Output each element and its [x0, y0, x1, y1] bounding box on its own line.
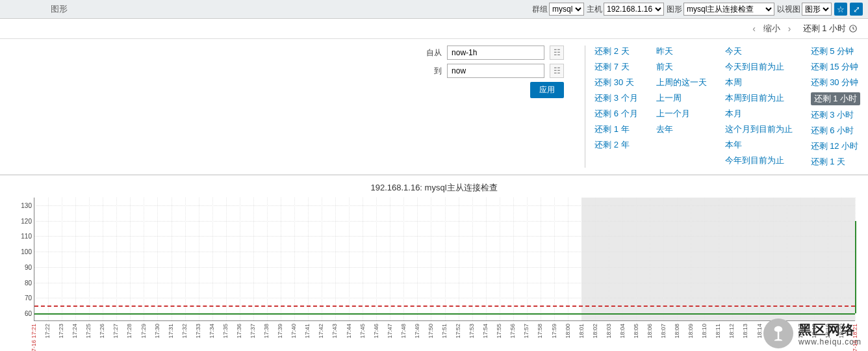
zoom-bar: ‹ 缩小 › 还剩 1 小时: [0, 19, 868, 39]
to-input[interactable]: [447, 64, 544, 78]
x-tick-label: 17:32: [181, 324, 188, 339]
calendar-icon[interactable]: ☷: [550, 46, 564, 60]
x-tick-label: 17:47: [387, 324, 393, 339]
from-label: 自从: [426, 47, 442, 58]
quick-range-link[interactable]: 本周: [725, 77, 793, 88]
threshold-line: [34, 306, 855, 307]
x-tick-label: 17:58: [537, 324, 543, 339]
watermark: 黑区网络 www.heiqu.com: [763, 318, 862, 348]
x-tick-label: 17:44: [346, 324, 352, 339]
x-tick-label: 18:04: [619, 324, 626, 339]
top-bar: 图形 群组 mysql 主机 192.168.1.16 图形 mysql主从连接…: [0, 0, 868, 19]
x-tick-label: 18:03: [606, 324, 612, 339]
x-tick-label: 18:12: [728, 324, 735, 339]
quick-range-link[interactable]: 上一周: [656, 92, 707, 104]
quick-range-link[interactable]: 还剩 7 天: [594, 61, 637, 73]
x-tick-label: 17:22: [44, 324, 51, 339]
x-tick-label: 17:37: [249, 324, 256, 339]
x-tick-label: 17:52: [455, 324, 461, 339]
host-select[interactable]: 192.168.1.16: [604, 3, 664, 16]
quick-range-link[interactable]: 昨天: [656, 46, 707, 57]
quick-range-link[interactable]: 还剩 5 分钟: [811, 46, 860, 57]
x-tick-label: 17:30: [154, 324, 160, 339]
clock-icon: [849, 24, 858, 33]
quick-range-link[interactable]: 还剩 6 小时: [811, 125, 860, 136]
quick-range-link[interactable]: 今年到目前为止: [725, 155, 793, 166]
quick-range-link[interactable]: 还剩 12 小时: [811, 140, 860, 152]
quick-range-link[interactable]: 还剩 2 天: [594, 46, 637, 57]
x-tick-label: 17:33: [195, 324, 201, 339]
x-tick-label: 18:06: [646, 324, 653, 339]
quick-range-link[interactable]: 上周的这一天: [656, 77, 707, 88]
quick-range-link[interactable]: 还剩 3 个月: [594, 92, 637, 104]
top-filters: 群组 mysql 主机 192.168.1.16 图形 mysql主从连接检查 …: [532, 3, 863, 16]
quick-range-link[interactable]: 还剩 1 年: [594, 124, 637, 135]
quick-range-link[interactable]: 去年: [656, 124, 707, 135]
x-tick-label: 17:35: [222, 324, 229, 339]
x-tick-label: 17:38: [263, 324, 270, 339]
to-label: 到: [434, 66, 442, 77]
view-select[interactable]: 图形: [802, 3, 832, 16]
x-tick-label: 17:49: [414, 324, 420, 339]
time-panel: 自从 ☷ 到 ☷ 应用 还剩 2 天还剩 7 天还剩 30 天还剩 3 个月还剩…: [0, 39, 868, 176]
chart-area: 60708090100110120130: [34, 198, 855, 321]
x-tick-label: 17:55: [496, 324, 502, 339]
quick-range-link[interactable]: 本月: [725, 108, 793, 120]
page-title: 图形: [5, 3, 68, 15]
quick-range-link[interactable]: 今天: [725, 46, 793, 57]
series-segment: [34, 313, 855, 315]
quick-range-link[interactable]: 上一个月: [656, 108, 707, 120]
x-tick-label: 17:24: [71, 324, 78, 339]
from-input[interactable]: [447, 46, 544, 60]
quick-range-link[interactable]: 还剩 6 个月: [594, 108, 637, 120]
quick-range-link[interactable]: 还剩 1 小时: [811, 92, 860, 105]
quick-ranges: 还剩 2 天还剩 7 天还剩 30 天还剩 3 个月还剩 6 个月还剩 1 年还…: [594, 46, 864, 168]
quick-range-link[interactable]: 本年: [725, 139, 793, 151]
x-tick-label: 18:14: [756, 324, 763, 339]
x-tick-label: 17:36: [236, 324, 242, 339]
divider: [585, 46, 585, 168]
x-tick-label: 17:43: [331, 324, 338, 339]
star-icon[interactable]: ☆: [834, 3, 847, 16]
watermark-icon: [763, 318, 793, 348]
x-tick-label: 17:34: [209, 324, 215, 339]
quick-range-link[interactable]: 还剩 15 分钟: [811, 61, 860, 73]
x-tick-label: 17:45: [359, 324, 366, 339]
quick-range-link[interactable]: 本周到目前为止: [725, 92, 793, 104]
apply-button[interactable]: 应用: [530, 82, 564, 98]
quick-range-link[interactable]: 还剩 2 年: [594, 139, 637, 151]
zoom-next-icon[interactable]: ›: [785, 23, 794, 34]
graph-label: 图形: [667, 4, 682, 15]
quick-range-link[interactable]: 还剩 30 分钟: [811, 77, 860, 88]
y-tick-label: 110: [12, 233, 32, 240]
quick-range-link[interactable]: 今天到目前为止: [725, 61, 793, 73]
calendar-icon[interactable]: ☷: [550, 64, 564, 78]
x-tick-label: 17:26: [99, 324, 105, 339]
x-tick-label: 17:31: [168, 324, 174, 339]
fullscreen-icon[interactable]: ⤢: [850, 3, 863, 16]
x-tick-label: 18:07: [660, 324, 667, 339]
x-tick-label: 18:13: [742, 324, 748, 339]
x-tick-label: 18:11: [715, 324, 721, 339]
x-tick-label: 17:57: [523, 324, 530, 339]
y-tick-label: 130: [12, 202, 32, 209]
x-tick-label: 18:05: [633, 324, 639, 339]
graph-select[interactable]: mysql主从连接检查: [683, 3, 774, 16]
x-tick-label: 17:27: [112, 324, 119, 339]
x-tick-label: 17:56: [509, 324, 516, 339]
y-tick-label: 120: [12, 217, 32, 224]
x-tick-label: 17:59: [551, 324, 557, 339]
quick-range-link[interactable]: 还剩 1 天: [811, 156, 860, 168]
x-tick-label: 17:53: [468, 324, 475, 339]
series-segment: [855, 221, 856, 314]
quick-range-link[interactable]: 这个月到目前为止: [725, 124, 793, 135]
zoom-prev-icon[interactable]: ‹: [750, 23, 758, 34]
quick-range-link[interactable]: 前天: [656, 61, 707, 73]
zoom-label[interactable]: 缩小: [763, 23, 780, 34]
group-label: 群组: [532, 4, 548, 15]
group-select[interactable]: mysql: [549, 3, 584, 16]
quick-range-link[interactable]: 还剩 3 小时: [811, 109, 860, 121]
y-tick-label: 70: [12, 294, 32, 302]
x-tick-label: 18:00: [565, 324, 571, 339]
quick-range-link[interactable]: 还剩 30 天: [594, 77, 637, 88]
